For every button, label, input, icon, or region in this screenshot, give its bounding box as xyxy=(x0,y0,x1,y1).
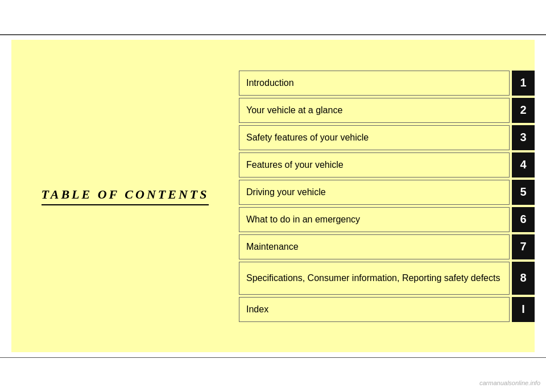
left-section: TABLE OF CONTENTS xyxy=(11,40,239,352)
toc-label: What to do in an emergency xyxy=(239,207,510,232)
toc-number: 5 xyxy=(512,180,535,205)
toc-row[interactable]: Safety features of your vehicle3 xyxy=(239,125,535,150)
toc-number: 7 xyxy=(512,234,535,259)
toc-label: Index xyxy=(239,297,510,322)
toc-row[interactable]: Your vehicle at a glance2 xyxy=(239,98,535,123)
toc-label: Driving your vehicle xyxy=(239,180,510,205)
toc-title: TABLE OF CONTENTS xyxy=(42,187,209,205)
toc-row[interactable]: IndexI xyxy=(239,297,535,322)
toc-row[interactable]: Features of your vehicle4 xyxy=(239,152,535,178)
toc-label: Introduction xyxy=(239,71,510,96)
toc-number: I xyxy=(512,297,535,322)
bottom-rule xyxy=(0,357,546,358)
toc-row[interactable]: Specifications, Consumer information, Re… xyxy=(239,262,535,295)
toc-label: Safety features of your vehicle xyxy=(239,125,510,150)
toc-number: 1 xyxy=(512,71,535,96)
toc-label: Maintenance xyxy=(239,234,510,259)
watermark: carmanualsonline.info xyxy=(479,379,540,386)
top-rule xyxy=(0,34,546,35)
toc-label: Specifications, Consumer information, Re… xyxy=(239,262,510,295)
toc-label: Features of your vehicle xyxy=(239,152,510,178)
toc-number: 4 xyxy=(512,152,535,178)
toc-row[interactable]: Introduction1 xyxy=(239,71,535,96)
toc-number: 2 xyxy=(512,98,535,123)
toc-number: 8 xyxy=(512,262,535,295)
toc-label: Your vehicle at a glance xyxy=(239,98,510,123)
toc-number: 3 xyxy=(512,125,535,150)
toc-row[interactable]: What to do in an emergency6 xyxy=(239,207,535,232)
toc-row[interactable]: Maintenance7 xyxy=(239,234,535,259)
main-area: TABLE OF CONTENTS Introduction1Your vehi… xyxy=(11,40,535,352)
toc-row[interactable]: Driving your vehicle5 xyxy=(239,180,535,205)
toc-number: 6 xyxy=(512,207,535,232)
toc-list: Introduction1Your vehicle at a glance2Sa… xyxy=(239,40,535,352)
